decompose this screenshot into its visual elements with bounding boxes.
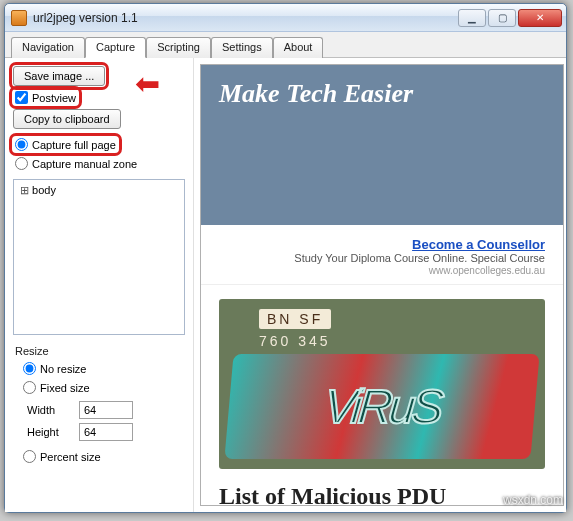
tab-scripting[interactable]: Scripting [146,37,211,58]
maximize-button[interactable]: ▢ [488,9,516,27]
preview-wrap: Make Tech Easier Become a Counsellor Stu… [193,58,566,512]
red-arrow-icon: ⬅ [135,66,160,101]
minimize-button[interactable]: ▁ [458,9,486,27]
save-image-button[interactable]: Save image ... [13,66,105,86]
capture-full-row[interactable]: Capture full page [13,137,118,152]
work-area: Save image ... ⬅ Postview Copy to clipbo… [5,58,566,512]
train-label: BN SF [259,309,331,329]
hero-title: Make Tech Easier [219,79,545,109]
capture-full-label: Capture full page [32,139,116,151]
capture-manual-label: Capture manual zone [32,158,137,170]
percent-size-label: Percent size [40,451,101,463]
postview-label: Postview [32,92,76,104]
tab-capture[interactable]: Capture [85,37,146,58]
fixed-size-radio[interactable] [23,381,36,394]
capture-full-radio[interactable] [15,138,28,151]
preview-scroll[interactable]: Make Tech Easier Become a Counsellor Stu… [200,64,564,506]
resize-group-label: Resize [13,345,185,357]
postview-checkbox[interactable] [15,91,28,104]
tab-navigation[interactable]: Navigation [11,37,85,58]
ad-text: Study Your Diploma Course Online. Specia… [294,252,545,264]
article-heading: List of Malicious PDU [201,479,563,506]
app-window: url2jpeg version 1.1 ▁ ▢ ✕ Navigation Ca… [4,3,567,513]
tab-settings[interactable]: Settings [211,37,273,58]
dom-tree[interactable]: body [13,179,185,335]
height-input[interactable] [79,423,133,441]
train-image: BN SF 760 345 ViRuS [219,299,545,469]
no-resize-row[interactable]: No resize [13,361,185,376]
percent-size-radio[interactable] [23,450,36,463]
app-icon [11,10,27,26]
width-label: Width [27,404,71,416]
fixed-size-row[interactable]: Fixed size [13,380,185,395]
no-resize-radio[interactable] [23,362,36,375]
preview-hero: Make Tech Easier [201,65,563,225]
percent-size-row[interactable]: Percent size [13,449,185,464]
capture-manual-radio[interactable] [15,157,28,170]
ad-block: Become a Counsellor Study Your Diploma C… [201,225,563,285]
ad-domain: www.opencolleges.edu.au [429,265,545,276]
tree-root-item[interactable]: body [20,184,178,197]
graffiti-text: ViRuS [224,354,539,459]
window-title: url2jpeg version 1.1 [33,11,458,25]
train-number: 760 345 [259,333,331,349]
height-label: Height [27,426,71,438]
tab-about[interactable]: About [273,37,324,58]
capture-manual-row[interactable]: Capture manual zone [13,156,185,171]
no-resize-label: No resize [40,363,86,375]
side-panel: Save image ... ⬅ Postview Copy to clipbo… [5,58,193,512]
copy-clipboard-button[interactable]: Copy to clipboard [13,109,121,129]
postview-checkbox-row[interactable]: Postview [13,90,78,105]
titlebar[interactable]: url2jpeg version 1.1 ▁ ▢ ✕ [5,4,566,32]
ad-link[interactable]: Become a Counsellor [412,237,545,252]
fixed-size-label: Fixed size [40,382,90,394]
width-input[interactable] [79,401,133,419]
tab-bar: Navigation Capture Scripting Settings Ab… [5,32,566,58]
close-button[interactable]: ✕ [518,9,562,27]
